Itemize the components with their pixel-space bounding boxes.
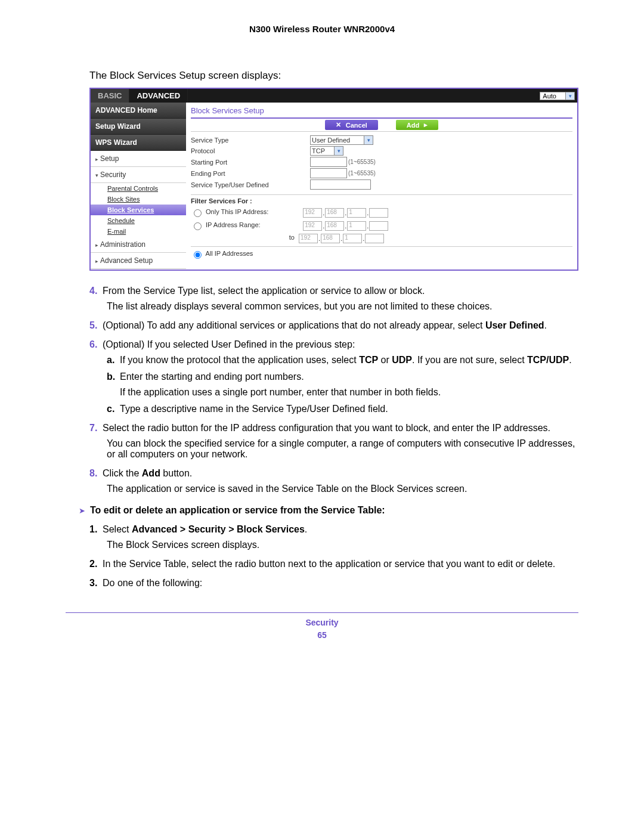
protocol-select[interactable]: TCP▾ xyxy=(310,146,343,156)
procedure-heading: ➤To edit or delete an application or ser… xyxy=(79,505,578,516)
intro-text: The Block Services Setup screen displays… xyxy=(89,70,578,82)
step-4: 4.From the Service Type list, select the… xyxy=(89,286,578,312)
triangle-right-icon: ➤ xyxy=(79,506,85,515)
tab-strip: BASIC ADVANCED xyxy=(91,89,188,103)
proc2-step-3: 3.Do one of the following: xyxy=(89,578,578,589)
service-type-user-defined-label: Service Type/User Defined xyxy=(191,181,310,188)
sidebar-item-advanced-setup[interactable]: ▸Advanced Setup xyxy=(91,253,186,269)
auto-dropdown-value: Auto xyxy=(543,92,556,100)
step-8: 8.Click the Add button. The application … xyxy=(89,468,578,494)
radio-all-ip-input[interactable] xyxy=(194,251,202,259)
radio-ip-range[interactable]: IP Address Range: 192. 168. 1. xyxy=(191,221,572,231)
close-icon: ✕ xyxy=(336,121,341,129)
tab-advanced[interactable]: ADVANCED xyxy=(129,89,188,103)
sidebar-item-setup[interactable]: ▸Setup xyxy=(91,151,186,167)
auto-dropdown[interactable]: Auto ▾ xyxy=(540,92,575,100)
proc2-step-2: 2.In the Service Table, select the radio… xyxy=(89,559,578,569)
sidebar-item-advanced-home[interactable]: ADVANCED Home xyxy=(91,103,186,119)
starting-port-input[interactable] xyxy=(310,157,347,167)
triangle-right-icon: ▸ xyxy=(95,258,98,264)
sidebar-sub-block-services[interactable]: Block Services xyxy=(91,205,186,215)
triangle-right-icon: ▸ xyxy=(95,242,98,248)
sidebar-item-setup-wizard[interactable]: Setup Wizard xyxy=(91,119,186,135)
step-6-sublist: a.If you know the protocol that the appl… xyxy=(107,355,578,414)
ip-range-to: 192. 168. 1. xyxy=(299,234,384,243)
cancel-button[interactable]: ✕Cancel xyxy=(325,120,378,130)
ip-range-from: 192. 168. 1. xyxy=(303,221,388,231)
chevron-down-icon: ▾ xyxy=(334,147,343,155)
step-list: 4.From the Service Type list, select the… xyxy=(89,286,578,494)
starting-port-label: Starting Port xyxy=(191,159,310,166)
step-5: 5.(Optional) To add any additional servi… xyxy=(89,320,578,331)
footer-divider xyxy=(66,612,578,613)
protocol-label: Protocol xyxy=(191,147,310,154)
sidebar-sub-schedule[interactable]: Schedule xyxy=(91,215,186,226)
triangle-right-icon: ▸ xyxy=(95,156,98,162)
triangle-right-icon: ▸ xyxy=(424,121,428,129)
radio-all-ip[interactable]: All IP Addresses xyxy=(191,246,572,259)
filter-services-for-label: Filter Services For : xyxy=(191,194,572,205)
sidebar-sub-block-sites[interactable]: Block Sites xyxy=(91,194,186,205)
page-footer: Security 65 xyxy=(66,617,578,642)
ending-port-label: Ending Port xyxy=(191,170,310,177)
triangle-down-icon: ▾ xyxy=(95,172,98,178)
step-7: 7.Select the radio button for the IP add… xyxy=(89,423,578,460)
button-row: ✕Cancel Add▸ xyxy=(191,117,572,132)
footer-page-number: 65 xyxy=(66,629,578,642)
panel-title: Block Services Setup xyxy=(191,106,572,115)
top-bar: Auto ▾ xyxy=(188,89,577,103)
proc2-step-1: 1.Select Advanced > Security > Block Ser… xyxy=(89,524,578,550)
content-panel: Block Services Setup ✕Cancel Add▸ Servic… xyxy=(186,103,577,270)
sidebar-sub-email[interactable]: E-mail xyxy=(91,226,186,237)
port-hint: (1~65535) xyxy=(348,159,376,165)
sidebar-item-security[interactable]: ▾Security xyxy=(91,167,186,183)
document-title: N300 Wireless Router WNR2000v4 xyxy=(66,24,578,34)
step-6: 6.(Optional) If you selected User Define… xyxy=(89,339,578,414)
document-page: N300 Wireless Router WNR2000v4 The Block… xyxy=(0,0,644,659)
procedure2-list: 1.Select Advanced > Security > Block Ser… xyxy=(89,524,578,589)
step-6a: a.If you know the protocol that the appl… xyxy=(107,355,578,366)
sidebar: ADVANCED Home Setup Wizard WPS Wizard ▸S… xyxy=(91,103,186,270)
ip-only-this: 192. 168. 1. xyxy=(303,208,388,218)
chevron-down-icon: ▾ xyxy=(364,136,373,144)
footer-section: Security xyxy=(66,617,578,629)
sidebar-item-administration[interactable]: ▸Administration xyxy=(91,237,186,253)
service-type-select[interactable]: User Defined▾ xyxy=(310,135,373,145)
sidebar-item-wps-wizard[interactable]: WPS Wizard xyxy=(91,135,186,151)
radio-only-this-ip[interactable]: Only This IP Address: 192. 168. 1. xyxy=(191,208,572,218)
step-6c: c.Type a descriptive name in the Service… xyxy=(107,404,578,414)
service-type-user-defined-input[interactable] xyxy=(310,179,371,190)
ending-port-input[interactable] xyxy=(310,168,347,178)
service-type-label: Service Type xyxy=(191,137,310,144)
sidebar-sub-parental-controls[interactable]: Parental Controls xyxy=(91,183,186,194)
add-button[interactable]: Add▸ xyxy=(396,120,438,130)
radio-ip-range-input[interactable] xyxy=(194,222,202,230)
port-hint: (1~65535) xyxy=(348,170,376,176)
radio-only-this-ip-input[interactable] xyxy=(194,209,202,217)
chevron-down-icon: ▾ xyxy=(565,92,574,100)
step-6b: b.Enter the starting and ending port num… xyxy=(107,371,578,398)
to-label: to xyxy=(191,234,295,241)
tab-basic[interactable]: BASIC xyxy=(91,89,129,103)
screenshot-block-services-setup: BASIC ADVANCED Auto ▾ ADVANCED Home Setu… xyxy=(89,88,578,271)
